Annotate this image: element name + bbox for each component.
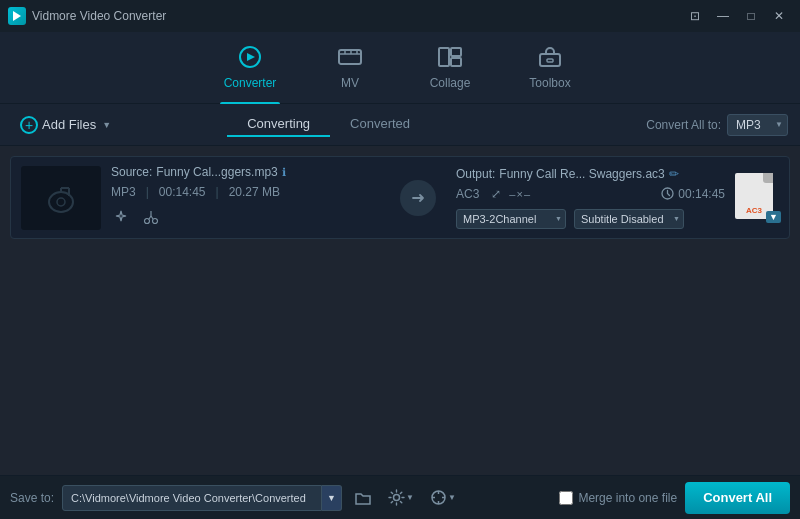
- subtitle-select[interactable]: Subtitle Disabled None: [574, 209, 684, 229]
- settings-btn[interactable]: ▼: [384, 487, 418, 508]
- audio-dash: –×–: [509, 188, 531, 200]
- file-thumbnail: [21, 166, 101, 230]
- title-bar: Vidmore Video Converter ⊡ — □ ✕: [0, 0, 800, 32]
- effects-btn[interactable]: ▼: [426, 487, 460, 508]
- output-format-dropdown-btn[interactable]: ▼: [766, 211, 781, 223]
- main-content: Source: Funny Cal...ggers.mp3 ℹ MP3 | 00…: [0, 146, 800, 475]
- merge-checkbox[interactable]: [559, 491, 573, 505]
- file-duration: 00:14:45: [159, 185, 206, 199]
- output-file-ext: AC3: [746, 206, 762, 215]
- window-controls: ⊡ — □ ✕: [682, 6, 792, 26]
- merge-label: Merge into one file: [578, 491, 677, 505]
- add-files-dropdown-icon[interactable]: ▼: [102, 120, 111, 130]
- save-path-input[interactable]: [62, 485, 322, 511]
- minimize-btn[interactable]: —: [710, 6, 736, 26]
- toolbox-tab-label: Toolbox: [529, 76, 570, 90]
- output-thumbnail: AC3 ▼: [735, 173, 779, 223]
- add-files-label: Add Files: [42, 117, 96, 132]
- output-format: AC3: [456, 187, 479, 201]
- tab-collage[interactable]: Collage: [400, 32, 500, 104]
- toolbar: + Add Files ▼ Converting Converted Conve…: [0, 104, 800, 146]
- tab-mv[interactable]: MV: [300, 32, 400, 104]
- converter-icon: [237, 46, 263, 72]
- title-bar-left: Vidmore Video Converter: [8, 7, 166, 25]
- source-filename: Funny Cal...ggers.mp3: [156, 165, 277, 179]
- add-icon: +: [20, 116, 38, 134]
- source-label: Source:: [111, 165, 152, 179]
- app-title: Vidmore Video Converter: [32, 9, 166, 23]
- file-size: 20.27 MB: [229, 185, 280, 199]
- path-input-wrapper: ▼: [62, 485, 342, 511]
- file-item: Source: Funny Cal...ggers.mp3 ℹ MP3 | 00…: [10, 156, 790, 239]
- svg-line-21: [151, 216, 153, 219]
- open-folder-btn[interactable]: [350, 488, 376, 508]
- channel-select-wrapper[interactable]: MP3-2Channel Stereo Mono 5.1 Surround: [456, 209, 566, 229]
- channel-select[interactable]: MP3-2Channel Stereo Mono 5.1 Surround: [456, 209, 566, 229]
- svg-point-14: [57, 198, 65, 206]
- output-meta: AC3 ⤢ –×– 00:14:45: [456, 187, 725, 201]
- path-dropdown-btn[interactable]: ▼: [322, 485, 342, 511]
- edit-filename-icon[interactable]: ✏: [669, 167, 679, 181]
- output-duration: 00:14:45: [678, 187, 725, 201]
- sub-tab-group: Converting Converted: [227, 112, 430, 137]
- tab-converter[interactable]: Converter: [200, 32, 300, 104]
- app-icon: [8, 7, 26, 25]
- cut-btn[interactable]: [141, 207, 161, 230]
- arrow-section: [390, 180, 446, 216]
- convert-arrow: [400, 180, 436, 216]
- svg-rect-12: [547, 59, 553, 62]
- convert-all-button[interactable]: Convert All: [685, 482, 790, 514]
- output-controls: MP3-2Channel Stereo Mono 5.1 Surround Su…: [456, 209, 725, 229]
- file-meta: MP3 | 00:14:45 | 20.27 MB: [111, 185, 380, 199]
- sub-tab-converted[interactable]: Converted: [330, 112, 430, 137]
- toolbox-icon: [537, 46, 563, 72]
- subtitle-select-wrapper[interactable]: Subtitle Disabled None: [574, 209, 684, 229]
- mv-tab-label: MV: [341, 76, 359, 90]
- svg-rect-8: [439, 48, 449, 66]
- sparkle-btn[interactable]: [111, 207, 131, 230]
- sub-tab-converting[interactable]: Converting: [227, 112, 330, 137]
- save-to-label: Save to:: [10, 491, 54, 505]
- svg-rect-9: [451, 48, 461, 56]
- svg-point-19: [153, 219, 158, 224]
- nav-tabs: Converter MV Collage: [0, 32, 800, 104]
- merge-checkbox-area: Merge into one file: [559, 491, 677, 505]
- svg-marker-2: [247, 53, 255, 61]
- output-label: Output:: [456, 167, 495, 181]
- file-actions: [111, 207, 380, 230]
- convert-all-to-section: Convert All to: MP3 MP4 AVI MKV MOV AAC …: [646, 114, 788, 136]
- file-format: MP3: [111, 185, 136, 199]
- svg-marker-0: [13, 11, 21, 21]
- output-header: Output: Funny Call Re... Swaggers.ac3 ✏: [456, 167, 725, 181]
- resize-icon: ⤢: [491, 187, 501, 201]
- convert-all-to-label: Convert All to:: [646, 118, 721, 132]
- bottom-bar: Save to: ▼ ▼ ▼ Merge into one file Conve…: [0, 475, 800, 519]
- svg-rect-10: [451, 58, 461, 66]
- converter-tab-label: Converter: [224, 76, 277, 90]
- subtitle-btn[interactable]: ⊡: [682, 6, 708, 26]
- svg-point-24: [394, 495, 400, 501]
- output-section: Output: Funny Call Re... Swaggers.ac3 ✏ …: [456, 167, 725, 229]
- format-select-wrapper[interactable]: MP3 MP4 AVI MKV MOV AAC FLAC WAV: [727, 114, 788, 136]
- collage-tab-label: Collage: [430, 76, 471, 90]
- collage-icon: [437, 46, 463, 72]
- add-files-button[interactable]: + Add Files ▼: [12, 112, 119, 138]
- meta-sep1: |: [146, 185, 149, 199]
- mv-icon: [337, 46, 363, 72]
- tab-toolbox[interactable]: Toolbox: [500, 32, 600, 104]
- close-btn[interactable]: ✕: [766, 6, 792, 26]
- svg-point-18: [145, 219, 150, 224]
- format-select[interactable]: MP3 MP4 AVI MKV MOV AAC FLAC WAV: [727, 114, 788, 136]
- output-filename: Funny Call Re... Swaggers.ac3: [499, 167, 664, 181]
- svg-rect-11: [540, 54, 560, 66]
- info-icon[interactable]: ℹ: [282, 166, 286, 179]
- meta-sep2: |: [216, 185, 219, 199]
- file-source: Source: Funny Cal...ggers.mp3 ℹ: [111, 165, 380, 179]
- maximize-btn[interactable]: □: [738, 6, 764, 26]
- file-info: Source: Funny Cal...ggers.mp3 ℹ MP3 | 00…: [111, 165, 380, 230]
